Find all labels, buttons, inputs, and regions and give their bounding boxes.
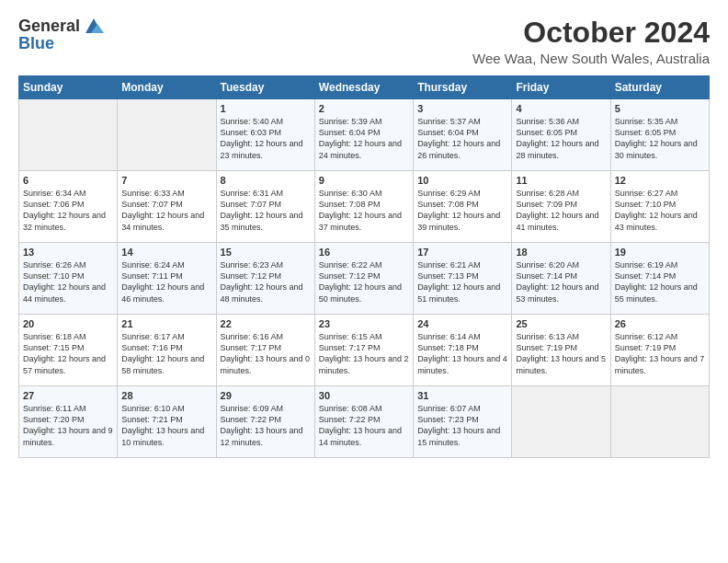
- calendar-cell: 1Sunrise: 5:40 AMSunset: 6:03 PMDaylight…: [216, 99, 314, 171]
- day-number: 15: [221, 247, 311, 258]
- logo: General Blue: [18, 17, 104, 53]
- day-number: 2: [319, 103, 409, 114]
- calendar-table: SundayMondayTuesdayWednesdayThursdayFrid…: [18, 75, 710, 458]
- day-number: 30: [319, 390, 409, 401]
- cell-details: Sunrise: 5:39 AMSunset: 6:04 PMDaylight:…: [319, 116, 409, 161]
- cell-details: Sunrise: 6:22 AMSunset: 7:12 PMDaylight:…: [319, 259, 409, 304]
- calendar-cell: 31Sunrise: 6:07 AMSunset: 7:23 PMDayligh…: [414, 386, 512, 458]
- day-number: 25: [516, 318, 606, 329]
- calendar-header-row: SundayMondayTuesdayWednesdayThursdayFrid…: [19, 76, 710, 99]
- cell-details: Sunrise: 6:11 AMSunset: 7:20 PMDaylight:…: [23, 403, 113, 448]
- calendar-week-row: 13Sunrise: 6:26 AMSunset: 7:10 PMDayligh…: [19, 243, 710, 315]
- day-number: 9: [319, 175, 409, 186]
- day-number: 24: [417, 318, 507, 329]
- day-number: 19: [615, 247, 705, 258]
- cell-details: Sunrise: 6:23 AMSunset: 7:12 PMDaylight:…: [221, 259, 311, 304]
- cell-details: Sunrise: 5:36 AMSunset: 6:05 PMDaylight:…: [516, 116, 606, 161]
- cell-details: Sunrise: 6:33 AMSunset: 7:07 PMDaylight:…: [121, 188, 211, 233]
- calendar-cell: [512, 386, 610, 458]
- logo-general-text: General: [18, 17, 80, 36]
- calendar-cell: 23Sunrise: 6:15 AMSunset: 7:17 PMDayligh…: [314, 315, 413, 386]
- calendar-cell: 27Sunrise: 6:11 AMSunset: 7:20 PMDayligh…: [19, 386, 118, 458]
- calendar-cell: 3Sunrise: 5:37 AMSunset: 6:04 PMDaylight…: [414, 99, 512, 171]
- day-number: 31: [417, 390, 507, 401]
- cell-details: Sunrise: 6:19 AMSunset: 7:14 PMDaylight:…: [615, 259, 705, 304]
- calendar-cell: 14Sunrise: 6:24 AMSunset: 7:11 PMDayligh…: [118, 243, 216, 315]
- month-title: October 2024: [472, 17, 710, 49]
- day-number: 11: [516, 175, 606, 186]
- title-block: October 2024 Wee Waa, New South Wales, A…: [472, 17, 710, 66]
- calendar-cell: 21Sunrise: 6:17 AMSunset: 7:16 PMDayligh…: [118, 315, 216, 386]
- calendar-week-row: 6Sunrise: 6:34 AMSunset: 7:06 PMDaylight…: [19, 171, 710, 243]
- cell-details: Sunrise: 6:14 AMSunset: 7:18 PMDaylight:…: [417, 331, 507, 376]
- cell-details: Sunrise: 6:27 AMSunset: 7:10 PMDaylight:…: [615, 188, 705, 233]
- calendar-cell: 29Sunrise: 6:09 AMSunset: 7:22 PMDayligh…: [216, 386, 314, 458]
- cell-details: Sunrise: 6:17 AMSunset: 7:16 PMDaylight:…: [121, 331, 211, 376]
- day-number: 17: [417, 247, 507, 258]
- day-number: 18: [516, 247, 606, 258]
- day-number: 29: [221, 390, 311, 401]
- calendar-cell: 7Sunrise: 6:33 AMSunset: 7:07 PMDaylight…: [118, 171, 216, 243]
- calendar-cell: 19Sunrise: 6:19 AMSunset: 7:14 PMDayligh…: [610, 243, 709, 315]
- cell-details: Sunrise: 6:21 AMSunset: 7:13 PMDaylight:…: [417, 259, 507, 304]
- calendar-header-sunday: Sunday: [19, 76, 118, 99]
- cell-details: Sunrise: 6:12 AMSunset: 7:19 PMDaylight:…: [615, 331, 705, 376]
- cell-details: Sunrise: 6:31 AMSunset: 7:07 PMDaylight:…: [221, 188, 311, 233]
- day-number: 12: [615, 175, 705, 186]
- day-number: 4: [516, 103, 606, 114]
- calendar-cell: 6Sunrise: 6:34 AMSunset: 7:06 PMDaylight…: [19, 171, 118, 243]
- cell-details: Sunrise: 6:26 AMSunset: 7:10 PMDaylight:…: [23, 259, 113, 304]
- calendar-header-tuesday: Tuesday: [216, 76, 314, 99]
- calendar-cell: 24Sunrise: 6:14 AMSunset: 7:18 PMDayligh…: [414, 315, 512, 386]
- day-number: 6: [23, 175, 113, 186]
- calendar-cell: 9Sunrise: 6:30 AMSunset: 7:08 PMDaylight…: [314, 171, 413, 243]
- calendar-cell: 2Sunrise: 5:39 AMSunset: 6:04 PMDaylight…: [314, 99, 413, 171]
- day-number: 13: [23, 247, 113, 258]
- logo-icon: [84, 17, 104, 35]
- day-number: 1: [221, 103, 311, 114]
- calendar-cell: 12Sunrise: 6:27 AMSunset: 7:10 PMDayligh…: [610, 171, 709, 243]
- day-number: 23: [319, 318, 409, 329]
- calendar-cell: 10Sunrise: 6:29 AMSunset: 7:08 PMDayligh…: [414, 171, 512, 243]
- calendar-cell: 22Sunrise: 6:16 AMSunset: 7:17 PMDayligh…: [216, 315, 314, 386]
- calendar-cell: 30Sunrise: 6:08 AMSunset: 7:22 PMDayligh…: [314, 386, 413, 458]
- calendar-header-monday: Monday: [118, 76, 216, 99]
- calendar-cell: 25Sunrise: 6:13 AMSunset: 7:19 PMDayligh…: [512, 315, 610, 386]
- day-number: 3: [417, 103, 507, 114]
- cell-details: Sunrise: 5:35 AMSunset: 6:05 PMDaylight:…: [615, 116, 705, 161]
- calendar-week-row: 1Sunrise: 5:40 AMSunset: 6:03 PMDaylight…: [19, 99, 710, 171]
- calendar-header-thursday: Thursday: [414, 76, 512, 99]
- cell-details: Sunrise: 6:20 AMSunset: 7:14 PMDaylight:…: [516, 259, 606, 304]
- cell-details: Sunrise: 6:07 AMSunset: 7:23 PMDaylight:…: [417, 403, 507, 448]
- cell-details: Sunrise: 6:34 AMSunset: 7:06 PMDaylight:…: [23, 188, 113, 233]
- calendar-header-friday: Friday: [512, 76, 610, 99]
- logo-blue-text: Blue: [18, 34, 54, 53]
- cell-details: Sunrise: 6:16 AMSunset: 7:17 PMDaylight:…: [221, 331, 311, 376]
- cell-details: Sunrise: 5:40 AMSunset: 6:03 PMDaylight:…: [221, 116, 311, 161]
- calendar-cell: 20Sunrise: 6:18 AMSunset: 7:15 PMDayligh…: [19, 315, 118, 386]
- cell-details: Sunrise: 6:18 AMSunset: 7:15 PMDaylight:…: [23, 331, 113, 376]
- cell-details: Sunrise: 6:29 AMSunset: 7:08 PMDaylight:…: [417, 188, 507, 233]
- calendar-cell: 15Sunrise: 6:23 AMSunset: 7:12 PMDayligh…: [216, 243, 314, 315]
- cell-details: Sunrise: 6:15 AMSunset: 7:17 PMDaylight:…: [319, 331, 409, 376]
- calendar-cell: [19, 99, 118, 171]
- calendar-cell: 5Sunrise: 5:35 AMSunset: 6:05 PMDaylight…: [610, 99, 709, 171]
- location-subtitle: Wee Waa, New South Wales, Australia: [472, 51, 710, 66]
- calendar-week-row: 27Sunrise: 6:11 AMSunset: 7:20 PMDayligh…: [19, 386, 710, 458]
- calendar-cell: 4Sunrise: 5:36 AMSunset: 6:05 PMDaylight…: [512, 99, 610, 171]
- cell-details: Sunrise: 6:24 AMSunset: 7:11 PMDaylight:…: [121, 259, 211, 304]
- day-number: 21: [121, 318, 211, 329]
- day-number: 27: [23, 390, 113, 401]
- calendar-page: General Blue October 2024 Wee Waa, New S…: [0, 0, 728, 563]
- calendar-header-saturday: Saturday: [610, 76, 709, 99]
- calendar-cell: 16Sunrise: 6:22 AMSunset: 7:12 PMDayligh…: [314, 243, 413, 315]
- calendar-cell: 17Sunrise: 6:21 AMSunset: 7:13 PMDayligh…: [414, 243, 512, 315]
- calendar-cell: 28Sunrise: 6:10 AMSunset: 7:21 PMDayligh…: [118, 386, 216, 458]
- day-number: 14: [121, 247, 211, 258]
- cell-details: Sunrise: 6:09 AMSunset: 7:22 PMDaylight:…: [221, 403, 311, 448]
- cell-details: Sunrise: 6:10 AMSunset: 7:21 PMDaylight:…: [121, 403, 211, 448]
- calendar-cell: [118, 99, 216, 171]
- day-number: 10: [417, 175, 507, 186]
- calendar-cell: 11Sunrise: 6:28 AMSunset: 7:09 PMDayligh…: [512, 171, 610, 243]
- calendar-week-row: 20Sunrise: 6:18 AMSunset: 7:15 PMDayligh…: [19, 315, 710, 386]
